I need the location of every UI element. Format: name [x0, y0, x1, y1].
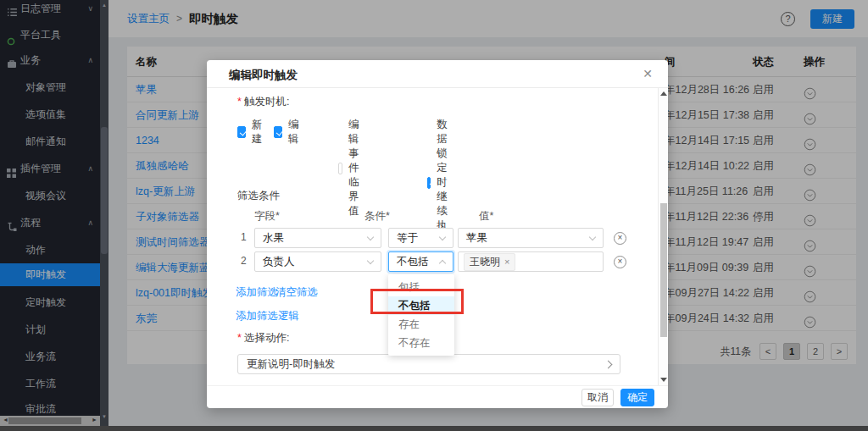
chevron-right-icon	[604, 361, 613, 369]
required-asterisk: *	[237, 332, 242, 344]
scroll-down-icon[interactable]	[660, 378, 667, 382]
checkbox-label: 新建	[252, 118, 266, 146]
value-select[interactable]: 苹果	[458, 228, 604, 248]
chevron-down-icon	[439, 234, 446, 240]
confirm-button[interactable]: 确定	[620, 389, 654, 406]
dropdown-option-not-exists[interactable]: 不存在	[388, 334, 454, 352]
chevron-up-icon	[439, 260, 446, 267]
checkbox-edit[interactable]: 编辑	[274, 118, 303, 146]
clear-filter-link[interactable]: 清空筛选	[275, 285, 318, 300]
row-index: 1	[241, 231, 247, 243]
action-selector[interactable]: 更新说明-即时触发	[237, 354, 620, 374]
column-header-condition: 条件*	[364, 209, 390, 224]
scroll-up-icon[interactable]	[660, 91, 667, 96]
row-index: 2	[241, 255, 247, 267]
app-window: 日志管理 ∨ 平台工具 业务 ∧ 对象管理 选项值集 邮件通知 插件管理 ∧ 视…	[0, 0, 868, 431]
chevron-down-icon	[589, 234, 596, 240]
condition-dropdown-menu: 包括 不包括 存在 不存在	[388, 274, 454, 356]
checkbox-label: 编辑	[288, 118, 303, 146]
condition-select-open[interactable]: 不包括	[388, 251, 453, 272]
scrollbar-thumb[interactable]	[660, 203, 667, 337]
dropdown-option-exists[interactable]: 存在	[388, 315, 454, 334]
remove-row-icon[interactable]: ×	[614, 232, 626, 245]
column-header-value: 值*	[479, 209, 493, 224]
edit-instant-trigger-modal: 编辑即时触发 ✕ *触发时机: 新建 编辑 编辑事件临界值	[207, 60, 668, 408]
add-filter-logic-link[interactable]: 添加筛选逻辑	[236, 309, 299, 323]
column-header-field: 字段*	[254, 209, 280, 224]
value-tag-input[interactable]: 王晓明 ×	[458, 251, 604, 272]
condition-select[interactable]: 等于	[388, 228, 453, 248]
field-select[interactable]: 负责人	[254, 251, 381, 272]
tag-close-icon[interactable]: ×	[504, 257, 509, 267]
modal-header: 编辑即时触发 ✕	[207, 60, 668, 88]
cancel-button[interactable]: 取消	[581, 389, 614, 406]
required-asterisk: *	[237, 96, 242, 108]
checkbox-new[interactable]: 新建	[237, 118, 266, 146]
close-icon[interactable]: ✕	[643, 67, 653, 80]
modal-footer: 取消 确定	[207, 385, 668, 408]
chevron-down-icon	[367, 257, 374, 264]
modal-scrollbar[interactable]	[658, 88, 668, 385]
modal-title: 编辑即时触发	[229, 68, 298, 83]
field-select[interactable]: 水果	[254, 228, 381, 248]
remove-row-icon[interactable]: ×	[614, 256, 626, 268]
checkbox-box[interactable]	[427, 177, 431, 189]
add-filter-link[interactable]: 添加筛选	[236, 285, 278, 300]
select-action-label: *选择动作:	[237, 331, 289, 345]
checkbox-box[interactable]	[237, 126, 246, 138]
trigger-timing-label: *触发时机:	[237, 95, 289, 109]
value-tag: 王晓明 ×	[464, 253, 515, 271]
checkbox-box[interactable]	[274, 126, 282, 138]
dropdown-option-not-include[interactable]: 不包括	[388, 296, 454, 315]
modal-body: *触发时机: 新建 编辑 编辑事件临界值 数据锁定时继续执行	[207, 88, 668, 385]
filter-section-label: 筛选条件	[237, 189, 280, 203]
dropdown-option-include[interactable]: 包括	[388, 278, 454, 296]
checkbox-edit-event-threshold[interactable]: 编辑事件临界值	[338, 118, 367, 218]
checkbox-box[interactable]	[338, 163, 342, 174]
checkbox-label: 编辑事件临界值	[348, 118, 367, 218]
chevron-down-icon	[367, 234, 374, 240]
